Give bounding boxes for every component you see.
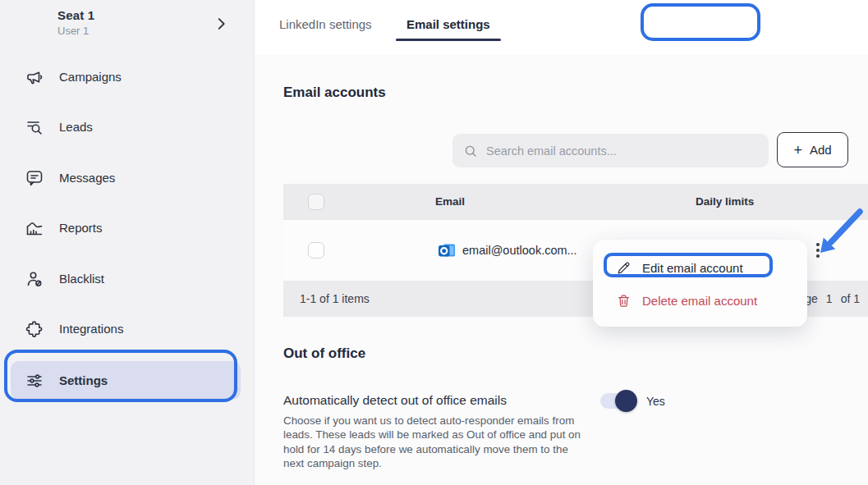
- email-settings-panel: Email accounts + Add Email Daily limits: [255, 55, 868, 485]
- puzzle-icon: [25, 319, 44, 339]
- column-header-daily-limits: Daily limits: [696, 195, 754, 208]
- sidebar-item-blacklist[interactable]: Blacklist: [11, 259, 241, 298]
- sidebar-item-label: Campaigns: [59, 70, 122, 84]
- sliders-icon: [25, 371, 44, 391]
- row-checkbox[interactable]: [308, 242, 324, 259]
- sidebar-item-label: Settings: [59, 373, 108, 387]
- seat-user: User 1: [57, 25, 94, 37]
- search-input[interactable]: [486, 144, 758, 158]
- add-email-account-button[interactable]: + Add: [777, 132, 848, 167]
- menu-item-delete-email-account[interactable]: Delete email account: [616, 289, 757, 312]
- chart-icon: [25, 218, 44, 238]
- leads-search-icon: [25, 117, 44, 137]
- seat-switcher[interactable]: Seat 1 User 1: [57, 8, 94, 37]
- sidebar-item-label: Blacklist: [59, 272, 104, 286]
- menu-item-label: Delete email account: [642, 294, 757, 308]
- ooo-toggle[interactable]: [600, 393, 635, 409]
- sidebar: Seat 1 User 1 Campaigns Leads Messages R…: [0, 0, 255, 485]
- seat-title: Seat 1: [57, 8, 94, 22]
- add-button-label: Add: [810, 143, 832, 157]
- out-of-office-heading: Out of office: [283, 345, 365, 362]
- chevron-right-icon: [212, 15, 230, 33]
- select-all-checkbox[interactable]: [308, 194, 324, 210]
- sidebar-item-reports[interactable]: Reports: [11, 208, 241, 247]
- trash-icon: [616, 293, 631, 309]
- table-header-row: Email Daily limits: [283, 184, 868, 220]
- tab-linkedin-settings[interactable]: LinkedIn settings: [279, 17, 372, 31]
- sidebar-item-integrations[interactable]: Integrations: [11, 309, 241, 348]
- sidebar-item-settings[interactable]: Settings: [11, 361, 241, 400]
- plus-icon: +: [793, 143, 802, 158]
- sidebar-item-messages[interactable]: Messages: [11, 158, 241, 197]
- menu-item-edit-email-account[interactable]: Edit email account: [616, 256, 743, 279]
- blocked-user-icon: [25, 269, 44, 289]
- row-actions-kebab-menu[interactable]: [811, 239, 825, 262]
- search-icon: [463, 144, 478, 158]
- pagination-page-number: 1: [826, 292, 833, 305]
- edit-pencil-icon: [616, 260, 631, 276]
- ooo-setting-description: Choose if you want us to detect auto-res…: [283, 414, 586, 471]
- menu-item-label: Edit email account: [642, 261, 743, 275]
- ooo-toggle-row: Yes: [600, 393, 665, 409]
- annotation-ring-email-tab: [641, 3, 760, 41]
- outlook-icon: [437, 240, 457, 260]
- pagination-of-label: of 1: [841, 292, 860, 305]
- tab-email-settings[interactable]: Email settings: [406, 17, 490, 31]
- email-accounts-search[interactable]: [452, 134, 769, 167]
- row-actions-dropdown: Edit email account Delete email account: [593, 240, 807, 327]
- email-accounts-heading: Email accounts: [283, 85, 386, 101]
- toggle-state-label: Yes: [646, 395, 665, 408]
- megaphone-icon: [25, 67, 44, 87]
- settings-tab-bar: LinkedIn settings Email settings: [255, 0, 868, 55]
- email-address: email@outlook.com...: [462, 244, 577, 257]
- chat-bubble-icon: [25, 168, 44, 188]
- sidebar-item-campaigns[interactable]: Campaigns: [11, 57, 241, 96]
- sidebar-item-label: Messages: [59, 171, 115, 185]
- items-count: 1-1 of 1 items: [300, 292, 370, 305]
- ooo-setting-title: Automatically detect out of office email…: [283, 393, 507, 408]
- toggle-knob: [615, 390, 637, 412]
- active-tab-underline: [396, 39, 501, 41]
- sidebar-item-leads[interactable]: Leads: [11, 108, 241, 146]
- sidebar-item-label: Reports: [59, 221, 103, 235]
- sidebar-item-label: Leads: [59, 120, 93, 134]
- column-header-email: Email: [435, 195, 465, 208]
- sidebar-item-label: Integrations: [59, 322, 123, 336]
